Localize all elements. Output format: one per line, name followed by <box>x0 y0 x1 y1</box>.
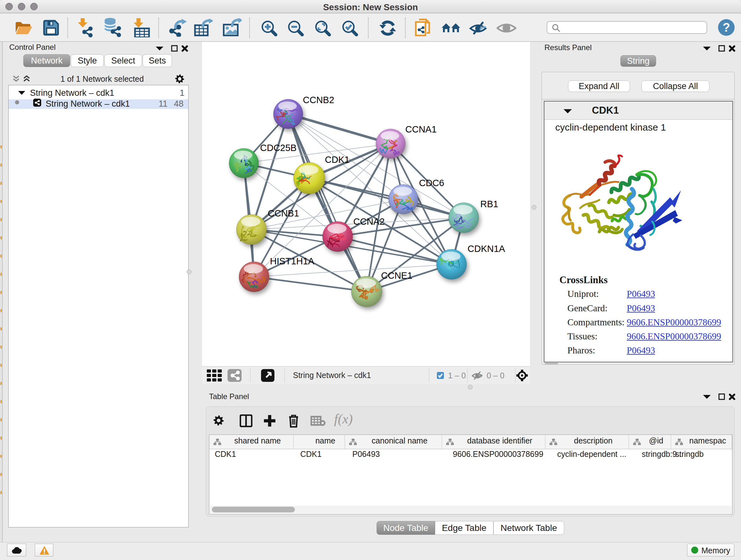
svg-text:CDC6: CDC6 <box>419 178 444 188</box>
svg-text:CCNE1: CCNE1 <box>381 270 412 281</box>
svg-text:CCNA2: CCNA2 <box>353 216 385 227</box>
svg-text:CDC25B: CDC25B <box>260 143 296 153</box>
svg-text:CDK1: CDK1 <box>325 154 349 165</box>
svg-text:?: ? <box>723 21 730 34</box>
svg-text:CCNB2: CCNB2 <box>303 95 334 105</box>
svg-text:CCNB1: CCNB1 <box>268 208 299 219</box>
svg-text:CCNA1: CCNA1 <box>405 124 436 134</box>
svg-text:RB1: RB1 <box>480 199 498 209</box>
svg-text:HIST1H1A: HIST1H1A <box>270 256 314 266</box>
svg-text:CDKN1A: CDKN1A <box>468 244 505 254</box>
